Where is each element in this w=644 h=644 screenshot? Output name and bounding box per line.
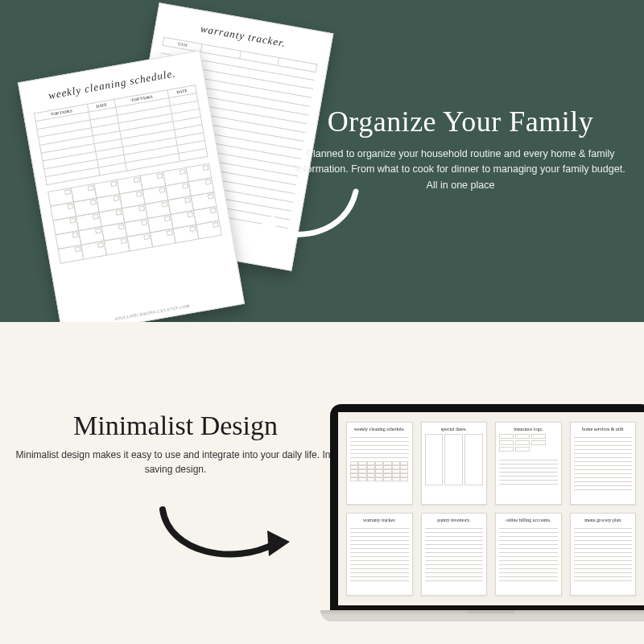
bottom-heading: Minimalist Design bbox=[14, 411, 336, 441]
laptop-bezel: weekly cleaning schedule. special dates. bbox=[330, 404, 644, 610]
arrow-left-icon bbox=[250, 185, 362, 258]
top-body: Planned to organize your household routi… bbox=[291, 147, 630, 193]
thumb-special-dates: special dates. bbox=[421, 422, 488, 505]
top-heading: Organize Your Family bbox=[291, 105, 630, 138]
thumb-menu-grocery: menu grocery plan bbox=[570, 513, 637, 596]
thumb-weekly-cleaning: weekly cleaning schedule. bbox=[346, 422, 413, 505]
bottom-copy: Minimalist Design Minimalist design make… bbox=[14, 411, 336, 477]
thumb-warranty-tracker: warranty tracker. bbox=[346, 513, 413, 596]
thumb-home-services: home services & utili bbox=[570, 422, 637, 505]
bottom-body: Minimalist design makes it easy to use a… bbox=[14, 448, 336, 477]
thumb-insurance-logs: insurance logs. bbox=[495, 422, 562, 505]
section-organize: warranty tracker. ITEM weekly cleaning s… bbox=[0, 0, 644, 322]
top-copy: Organize Your Family Planned to organize… bbox=[291, 105, 630, 193]
section-minimalist: Minimalist Design Minimalist design make… bbox=[0, 322, 644, 644]
laptop-screen: weekly cleaning schedule. special dates. bbox=[338, 412, 644, 605]
laptop-mockup: weekly cleaning schedule. special dates. bbox=[330, 404, 644, 621]
arrow-right-icon bbox=[153, 495, 298, 576]
thumb-pantry-inventory: pantry inventory. bbox=[421, 513, 488, 596]
page: warranty tracker. ITEM weekly cleaning s… bbox=[0, 0, 644, 644]
thumb-online-billing: online billing accounts. bbox=[495, 513, 562, 596]
paper-mockups: warranty tracker. ITEM weekly cleaning s… bbox=[16, 0, 306, 346]
laptop-base bbox=[320, 610, 644, 621]
